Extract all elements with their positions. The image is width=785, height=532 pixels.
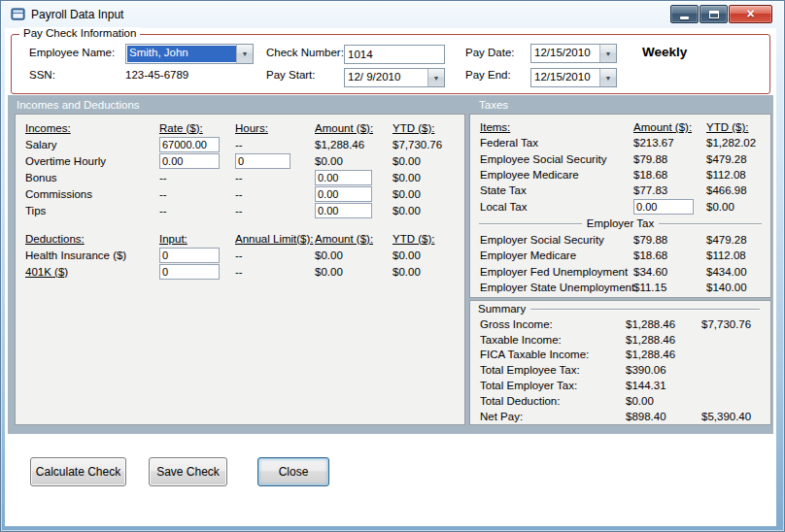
summary-row-label: FICA Taxable Income: (480, 349, 626, 360)
total-deduction-amount: $0.00 (626, 395, 701, 407)
overtime-amount-value: $0.00 (315, 155, 392, 167)
calculate-check-button[interactable]: Calculate Check (30, 457, 126, 486)
tips-hours-value: -- (235, 205, 315, 216)
summary-row-label: Taxable Income: (480, 334, 626, 346)
summary-row-label: Net Pay: (480, 411, 626, 422)
tax-row-label: Employee Medicare (480, 169, 633, 181)
save-check-button[interactable]: Save Check (149, 457, 227, 486)
employee-medicare-ytd: $112.08 (706, 169, 767, 181)
health-insurance-input[interactable] (159, 248, 220, 263)
taxable-income-amount: $1,288.46 (626, 334, 701, 346)
close-icon: × (746, 6, 754, 22)
tax-row-label: State Tax (480, 184, 633, 196)
column-header-input: Input: (159, 233, 235, 245)
pay-start-value: 12/ 9/2010 (345, 69, 427, 86)
salary-rate-input[interactable] (159, 137, 220, 152)
fica-taxable-amount: $1,288.46 (626, 349, 701, 360)
income-row-label: Bonus (25, 172, 159, 183)
check-number-label: Check Number: (266, 47, 344, 58)
employer-fed-unemp-amount: $34.60 (633, 266, 706, 278)
employer-ss-amount: $79.88 (633, 234, 706, 246)
app-window: Payroll Data Input × Pay Check Informati… (0, 0, 785, 532)
employee-name-combobox[interactable]: Smith, John ▼ (125, 44, 254, 64)
dialog-body: Pay Check Information Employee Name: Smi… (5, 28, 776, 526)
title-bar[interactable]: Payroll Data Input × (1, 1, 784, 28)
column-header-amount: Amount ($): (315, 122, 392, 134)
tips-amount-input[interactable] (315, 203, 372, 218)
health-ytd-value: $0.00 (392, 249, 461, 261)
deductions-table: Deductions: Input: Annual Limit($): Amou… (25, 230, 461, 280)
chevron-down-icon[interactable]: ▼ (599, 69, 616, 86)
tips-rate-value: -- (159, 205, 235, 216)
tax-row-label: Federal Tax (480, 137, 633, 149)
maximize-button[interactable] (700, 5, 728, 23)
minimize-button[interactable] (670, 5, 699, 23)
deduction-row-label: Health Insurance ($) (25, 249, 159, 261)
column-header-deductions: Deductions: (25, 233, 159, 245)
overtime-rate-input[interactable] (159, 153, 220, 169)
bonus-amount-input[interactable] (315, 170, 372, 185)
salary-hours-value: -- (235, 139, 315, 150)
tax-row-label: Employer Medicare (480, 249, 633, 261)
salary-ytd-value: $7,730.76 (392, 139, 461, 150)
incomes-section-header: Incomes and Deductions (17, 99, 140, 111)
income-row-label: Salary (25, 139, 159, 150)
column-header-ytd: YTD ($): (392, 233, 461, 245)
state-tax-amount: $77.83 (633, 184, 706, 196)
401k-ytd-value: $0.00 (392, 266, 461, 278)
local-tax-input[interactable] (633, 199, 694, 215)
paycheck-info-group: Pay Check Information Employee Name: Smi… (11, 34, 770, 94)
total-employee-tax-amount: $390.06 (626, 364, 701, 376)
pay-end-value: 12/15/2010 (531, 69, 599, 86)
federal-tax-amount: $213.67 (633, 137, 706, 149)
401k-input[interactable] (159, 264, 220, 280)
income-row-label: Commissions (25, 188, 159, 200)
chevron-down-icon[interactable]: ▼ (236, 45, 253, 63)
tax-row-label: Employer State Unemployment (480, 282, 633, 293)
minimize-icon (680, 17, 689, 19)
federal-tax-ytd: $1,282.02 (706, 137, 767, 149)
employee-taxes-table: Items: Amount ($): YTD ($): Federal Tax … (480, 119, 767, 215)
employer-fed-unemp-ytd: $434.00 (706, 266, 767, 278)
close-window-button[interactable]: × (729, 5, 772, 23)
employer-medicare-amount: $18.68 (633, 249, 706, 261)
column-header-items: Items: (480, 121, 633, 133)
employee-name-value: Smith, John (127, 46, 236, 62)
tips-ytd-value: $0.00 (392, 205, 461, 216)
employer-ss-ytd: $479.28 (706, 234, 767, 246)
tax-row-label: Employer Social Security (480, 234, 633, 246)
tax-row-label: Employee Social Security (480, 153, 633, 165)
total-employer-tax-amount: $144.31 (626, 380, 701, 391)
commissions-amount-input[interactable] (315, 186, 372, 202)
column-header-ytd: YTD ($): (706, 121, 767, 133)
pay-end-datepicker[interactable]: 12/15/2010 ▼ (530, 68, 617, 87)
taxes-section-header: Taxes (479, 99, 508, 111)
employee-name-label: Employee Name: (29, 47, 115, 58)
chevron-down-icon[interactable]: ▼ (599, 45, 616, 62)
overtime-hours-input[interactable] (235, 153, 290, 169)
pay-date-datepicker[interactable]: 12/15/2010 ▼ (530, 44, 617, 63)
gross-income-amount: $1,288.46 (626, 318, 701, 330)
close-button[interactable]: Close (257, 457, 329, 486)
ssn-label: SSN: (29, 69, 55, 81)
commissions-rate-value: -- (159, 188, 235, 200)
summary-row-label: Total Employer Tax: (480, 380, 626, 391)
health-amount-value: $0.00 (315, 249, 392, 261)
column-header-annual-limit: Annual Limit($): (235, 233, 315, 245)
401k-limit-value: -- (235, 266, 315, 278)
net-pay-ytd: $5,390.40 (701, 411, 767, 422)
employer-medicare-ytd: $112.08 (706, 249, 767, 261)
state-tax-ytd: $466.98 (706, 184, 767, 196)
overtime-ytd-value: $0.00 (392, 155, 461, 167)
health-limit-value: -- (235, 249, 315, 261)
taxes-panel: Items: Amount ($): YTD ($): Federal Tax … (469, 114, 771, 298)
401k-amount-value: $0.00 (315, 266, 392, 278)
chevron-down-icon[interactable]: ▼ (427, 69, 444, 86)
summary-group-title: Summary (478, 303, 526, 315)
pay-start-datepicker[interactable]: 12/ 9/2010 ▼ (344, 68, 445, 87)
local-tax-ytd: $0.00 (706, 201, 767, 213)
check-number-input[interactable] (344, 45, 445, 64)
employer-state-unemp-amount: $11.15 (633, 282, 706, 293)
summary-row-label: Total Employee Tax: (480, 364, 626, 376)
summary-row-label: Gross Income: (480, 318, 626, 330)
